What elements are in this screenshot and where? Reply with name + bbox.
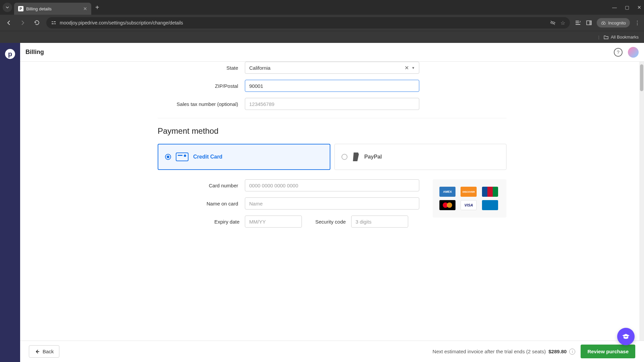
clear-icon[interactable]: ✕ [405, 65, 409, 71]
tax-label: Sales tax number (optional) [158, 101, 245, 107]
svg-point-9 [601, 22, 603, 24]
svg-rect-1 [54, 21, 56, 22]
svg-point-10 [603, 22, 605, 24]
paypal-icon [352, 153, 360, 161]
window-controls: — ▢ ✕ [612, 5, 641, 10]
incognito-icon [601, 20, 606, 25]
scrollbar[interactable] [639, 62, 644, 362]
help-icon[interactable]: ? [614, 48, 623, 57]
svg-rect-8 [589, 21, 591, 25]
payment-section-title: Payment method [158, 126, 506, 136]
payment-option-paypal[interactable]: PayPal [334, 144, 506, 170]
floating-help-button[interactable] [617, 328, 635, 345]
close-window-button[interactable]: ✕ [637, 5, 641, 10]
svg-rect-0 [52, 21, 53, 22]
folder-icon [603, 35, 609, 40]
card-brands-box: AMEX DISCOVER VISA [433, 179, 506, 218]
chevron-down-icon: ▼ [412, 66, 415, 70]
topbar: Billing ? [20, 43, 644, 62]
name-on-card-input[interactable] [245, 197, 419, 209]
browser-menu-icon[interactable]: ⋮ [635, 20, 640, 26]
tab-close-icon[interactable]: ✕ [83, 6, 87, 11]
reading-list-icon[interactable] [575, 19, 581, 26]
expiry-label: Expiry date [158, 219, 245, 225]
visa-icon: VISA [461, 200, 477, 210]
expiry-input[interactable] [245, 216, 302, 228]
avatar[interactable] [628, 47, 639, 58]
review-purchase-button[interactable]: Review purchase [581, 345, 635, 358]
tab-search-dropdown[interactable] [3, 3, 12, 12]
arrow-left-icon [35, 349, 40, 354]
credit-card-label: Credit Card [193, 154, 222, 160]
credit-card-icon [176, 153, 189, 161]
page-title: Billing [25, 49, 44, 56]
tax-input[interactable] [245, 98, 419, 110]
state-select[interactable]: California ✕ ▼ [245, 62, 419, 74]
mastercard-icon [439, 200, 455, 210]
back-nav-button[interactable] [4, 18, 13, 27]
incognito-badge[interactable]: Incognito [597, 18, 630, 27]
invoice-estimate-text: Next estimated invoice after the trial e… [433, 349, 546, 354]
new-tab-button[interactable]: + [95, 4, 99, 11]
radio-credit-card[interactable] [165, 154, 171, 160]
card-number-input[interactable] [245, 179, 419, 191]
tab-title: Billing details [26, 6, 80, 11]
browser-tab[interactable]: P Billing details ✕ [14, 3, 91, 15]
minimize-button[interactable]: — [612, 5, 617, 10]
app-logo-icon[interactable]: p [5, 49, 15, 59]
side-panel-icon[interactable] [586, 20, 592, 26]
bookmarks-bar: | All Bookmarks [0, 31, 644, 43]
svg-rect-5 [576, 22, 579, 23]
all-bookmarks-button[interactable]: All Bookmarks [603, 35, 639, 40]
bookmark-star-icon[interactable]: ☆ [560, 20, 565, 26]
divider [158, 118, 506, 118]
back-button[interactable]: Back [29, 345, 59, 358]
invoice-price: $289.80 [548, 349, 567, 354]
maximize-button[interactable]: ▢ [625, 5, 629, 10]
payment-option-credit-card[interactable]: Credit Card [158, 144, 330, 170]
url-text: moodjoy.pipedrive.com/settings/subscript… [60, 20, 183, 25]
url-bar[interactable]: moodjoy.pipedrive.com/settings/subscript… [46, 17, 570, 28]
amex-icon: AMEX [439, 187, 455, 197]
zip-label: ZIP/Postal [158, 83, 245, 89]
svg-rect-6 [576, 24, 580, 25]
card-number-label: Card number [158, 183, 245, 188]
state-label: State [158, 65, 245, 71]
eye-off-icon[interactable] [550, 20, 556, 26]
graduation-cap-icon [622, 332, 630, 341]
forward-nav-button[interactable] [18, 18, 28, 27]
browser-nav-bar: moodjoy.pipedrive.com/settings/subscript… [0, 15, 644, 31]
footer-bar: Back Next estimated invoice after the tr… [20, 341, 644, 362]
radio-paypal[interactable] [341, 154, 347, 160]
sidebar: p [0, 43, 20, 362]
paypal-label: PayPal [364, 154, 382, 160]
zip-input[interactable] [245, 80, 419, 92]
main-content: State California ✕ ▼ ZIP/Postal Sales ta… [20, 62, 644, 362]
info-icon[interactable]: i [569, 349, 575, 355]
svg-rect-3 [54, 23, 56, 24]
state-value: California [249, 65, 405, 71]
scrollbar-thumb[interactable] [640, 64, 643, 91]
discover-icon: DISCOVER [461, 187, 477, 197]
svg-rect-4 [576, 21, 579, 21]
diners-icon [482, 200, 498, 210]
jcb-icon [482, 187, 498, 197]
security-code-label: Security code [302, 219, 351, 225]
svg-rect-2 [52, 23, 54, 24]
browser-tab-bar: P Billing details ✕ + — ▢ ✕ [0, 0, 644, 15]
name-on-card-label: Name on card [158, 201, 245, 206]
site-settings-icon[interactable] [51, 20, 56, 25]
security-code-input[interactable] [351, 216, 408, 228]
reload-button[interactable] [32, 18, 42, 27]
tab-favicon-icon: P [18, 6, 23, 11]
